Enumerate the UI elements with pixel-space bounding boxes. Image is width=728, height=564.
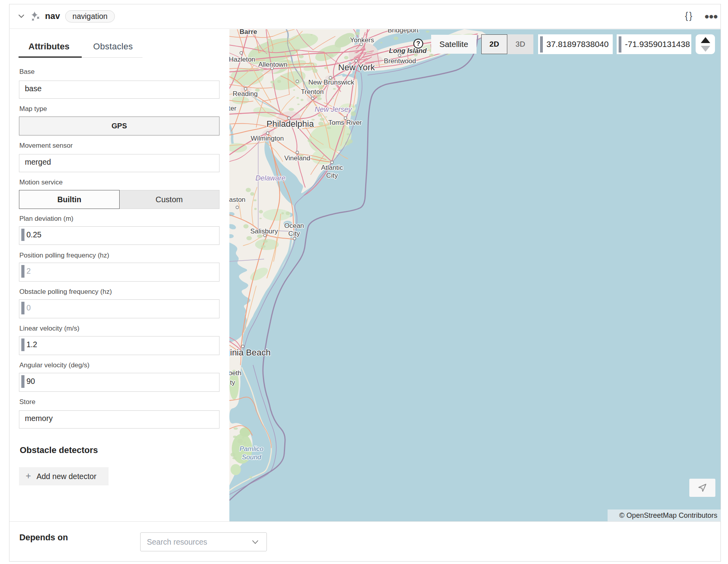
svg-text:Bridgeport: Bridgeport: [388, 29, 419, 34]
svg-text:Reading: Reading: [233, 90, 257, 98]
svg-text:aston: aston: [229, 196, 246, 203]
svg-text:Hazleton: Hazleton: [229, 56, 255, 63]
svg-text:Wilmington: Wilmington: [251, 135, 284, 142]
svg-text:New Jersey: New Jersey: [315, 105, 352, 113]
svg-text:New York: New York: [338, 62, 375, 72]
svg-text:Atlantic: Atlantic: [321, 164, 343, 171]
svg-text:ter: ter: [229, 105, 236, 112]
svg-text:Yonkers: Yonkers: [350, 36, 374, 44]
svg-text:Sound: Sound: [242, 453, 261, 461]
svg-text:Brentwood: Brentwood: [384, 57, 416, 65]
svg-text:City: City: [326, 172, 338, 179]
svg-text:Pamlico: Pamlico: [240, 445, 263, 453]
svg-text:Vineland: Vineland: [284, 154, 310, 162]
svg-text:Ocean: Ocean: [284, 222, 304, 229]
svg-text:Barre: Barre: [240, 29, 257, 36]
svg-text:ginia Beach: ginia Beach: [229, 348, 270, 357]
svg-text:Philadelphia: Philadelphia: [266, 119, 314, 129]
svg-text:Toms River: Toms River: [328, 119, 362, 126]
svg-text:Long Island: Long Island: [389, 47, 427, 55]
svg-text:Allentown: Allentown: [258, 61, 287, 68]
svg-text:Trenton: Trenton: [301, 88, 324, 96]
svg-text:Delaware: Delaware: [255, 174, 285, 182]
svg-text:ty: ty: [230, 379, 235, 386]
svg-text:City: City: [288, 230, 300, 237]
svg-text:New Brunswick: New Brunswick: [308, 79, 355, 86]
svg-text:beth: beth: [229, 369, 242, 377]
svg-text:Salisbury: Salisbury: [250, 227, 278, 235]
